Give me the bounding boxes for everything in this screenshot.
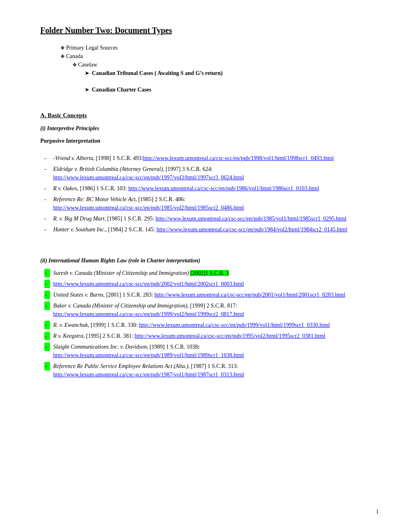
- case-name: Baker v. Canada (Minister of Citizenship…: [53, 303, 189, 309]
- case-link[interactable]: http://www.lexum.umontreal.ca/csc-scc/en…: [53, 372, 244, 378]
- case-link[interactable]: http://www.lexum.umontreal.ca/csc-scc/en…: [139, 322, 330, 328]
- case-dash-highlight: -: [44, 332, 50, 340]
- case-text: R v. Keegstra, [1995] 2 S.C.R. 381: http…: [53, 332, 379, 340]
- case-item: - Baker v. Canada (Minister of Citizensh…: [40, 301, 379, 318]
- case-dash-highlight: -: [44, 301, 50, 310]
- case-item: - Hunter v. Southam Inc., [1984] 2 S.C.R…: [40, 225, 379, 234]
- case-dash: -: [44, 214, 50, 223]
- bullet-canada: Canada: [48, 52, 379, 60]
- case-dash: -: [44, 195, 50, 204]
- case-name: Suresh v. Canada (Minister of Citizenshi…: [53, 270, 189, 276]
- case-item: - R v. Oakes, [1986] 1 S.C.R. 103: http:…: [40, 184, 379, 193]
- case-text: R. v. Big M Drug Mart, [1985] 1 S.C.R. 2…: [53, 214, 379, 223]
- case-name: Hunter v. Southam Inc.: [53, 227, 105, 233]
- case-text: Reference Re Public Service Employee Rel…: [53, 362, 379, 379]
- case-link[interactable]: http://www.lexum.umontreal.ca/csc-scc/en…: [156, 227, 347, 233]
- case-link[interactable]: http://www.lexum.umontreal.ca/csc-scc/en…: [53, 352, 244, 358]
- sub-heading-ii: (ii) International Human Rights Law (rol…: [40, 256, 379, 265]
- arrow-marker: ➤: [85, 69, 89, 77]
- arrow-item-tribunal: ➤ Canadian Tribunal Cases ( Awaiting S a…: [48, 69, 379, 77]
- case-text: Reference Re: BC Motor Vehicle Act, [198…: [53, 195, 379, 212]
- case-dash-highlight: -: [44, 291, 50, 299]
- purposive-cases-list: - -Vriend v. Alberta, [1998] 1 S.C.R. 49…: [40, 154, 379, 234]
- case-text: R v. Oakes, [1986] 1 S.C.R. 103: http://…: [53, 184, 379, 193]
- arrow-marker-2: ➤: [85, 85, 89, 94]
- case-name: Slaight Communications Inc. v. Davidson: [53, 344, 147, 350]
- case-dash-highlight: -: [44, 280, 50, 288]
- case-item: - R. v. Ewanchuk, [1999] 1 S.C.R. 330: h…: [40, 321, 379, 329]
- case-name: R. v. Ewanchuk: [53, 322, 88, 328]
- case-item: - R. v. Big M Drug Mart, [1985] 1 S.C.R.…: [40, 214, 379, 223]
- case-item: - http://www.lexum.umontreal.ca/csc-scc/…: [40, 280, 379, 288]
- case-text: Hunter v. Southam Inc., [1984] 2 S.C.R. …: [53, 225, 379, 234]
- case-link[interactable]: http://www.lexum.umontreal.ca/csc-scc/en…: [156, 216, 346, 222]
- case-link[interactable]: http://www.lexum.umontreal.ca/csc-scc/en…: [128, 185, 319, 191]
- case-item: - Slaight Communications Inc. v. Davidso…: [40, 343, 379, 360]
- case-link[interactable]: http://www.lexum.umontreal.ca/csc-scc/en…: [135, 333, 325, 339]
- bullet-primary-legal: Primary Legal Sources: [48, 44, 379, 52]
- case-item: - R v. Keegstra, [1995] 2 S.C.R. 381: ht…: [40, 332, 379, 340]
- case-dash-highlight: -: [44, 362, 50, 370]
- case-text: http://www.lexum.umontreal.ca/csc-scc/en…: [53, 280, 379, 288]
- case-name: R. v. Big M Drug Mart: [53, 216, 104, 222]
- case-text: Slaight Communications Inc. v. Davidson,…: [53, 343, 379, 360]
- case-link[interactable]: http://www.lexum.umontreal.ca/csc-scc/en…: [143, 155, 334, 161]
- case-text: United States v. Burns, [2001] 1 S.C.R. …: [53, 291, 379, 299]
- case-text: Suresh v. Canada (Minister of Citizenshi…: [53, 269, 379, 277]
- case-text: Baker v. Canada (Minister of Citizenship…: [53, 301, 379, 318]
- case-item: - -Vriend v. Alberta, [1998] 1 S.C.R. 49…: [40, 154, 379, 162]
- case-text: R. v. Ewanchuk, [1999] 1 S.C.R. 330: htt…: [53, 321, 379, 329]
- purposive-heading: Purposive Interpretation: [40, 137, 379, 145]
- case-link[interactable]: http://www.lexum.umontreal.ca/csc-scc/en…: [53, 175, 244, 181]
- case-name: R v. Oakes: [53, 185, 77, 191]
- case-link[interactable]: http://www.lexum.umontreal.ca/csc-scc/en…: [53, 281, 244, 287]
- bullet-caselaw: Caselaw: [48, 60, 379, 69]
- arrow-item-charter: ➤ Canadian Charter Cases: [48, 85, 379, 94]
- case-dash: -: [44, 165, 50, 173]
- case-item: - Suresh v. Canada (Minister of Citizens…: [40, 269, 379, 277]
- case-dash: -: [44, 184, 50, 193]
- highlight-text: [2002]1 S.C.R. 3: [190, 270, 228, 276]
- section-a-heading: A. Basic Concepts: [40, 111, 379, 120]
- case-dash: -: [44, 225, 50, 234]
- sub-heading-i: (i) Interpretive Principles: [40, 124, 379, 133]
- case-link[interactable]: http://www.lexum.umontreal.ca/csc-scc/en…: [154, 292, 345, 298]
- case-text: -Vriend v. Alberta, [1998] 1 S.C.R. 493:…: [53, 154, 379, 162]
- case-name: Reference Re Public Service Employee Rel…: [53, 363, 190, 369]
- page-title: Folder Number Two: Document Types: [40, 24, 379, 36]
- case-dash-highlight: -: [44, 343, 50, 351]
- case-dash-highlight: -: [44, 321, 50, 329]
- case-name: Eldridge v. British Columbia (Attorney G…: [53, 166, 164, 172]
- case-name: -Vriend v. Alberta: [53, 155, 93, 161]
- page-number: 1: [376, 507, 379, 516]
- case-dash: -: [44, 154, 50, 162]
- case-item: - United States v. Burns, [2001] 1 S.C.R…: [40, 291, 379, 299]
- case-link[interactable]: http://www.lexum.umontreal.ca/csc-scc/en…: [53, 205, 244, 211]
- case-item: - Eldridge v. British Columbia (Attorney…: [40, 165, 379, 182]
- case-dash-highlight: -: [44, 269, 50, 277]
- case-text: Eldridge v. British Columbia (Attorney G…: [53, 165, 379, 182]
- case-name: Reference Re: BC Motor Vehicle Act: [53, 196, 135, 202]
- case-link[interactable]: http://www.lexum.umontreal.ca/csc-scc/en…: [53, 311, 244, 317]
- international-cases-list: - Suresh v. Canada (Minister of Citizens…: [40, 269, 379, 379]
- case-item: - Reference Re: BC Motor Vehicle Act, [1…: [40, 195, 379, 212]
- case-name: United States v. Burns: [53, 292, 103, 298]
- case-item: - Reference Re Public Service Employee R…: [40, 362, 379, 379]
- case-name: R v. Keegstra: [53, 333, 83, 339]
